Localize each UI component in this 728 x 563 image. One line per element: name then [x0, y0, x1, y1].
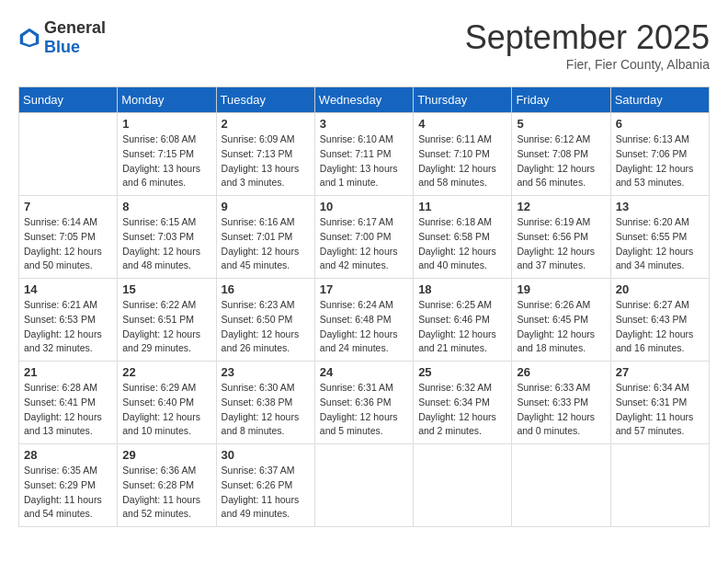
- location-subtitle: Fier, Fier County, Albania: [465, 57, 710, 72]
- day-number: 4: [418, 117, 506, 131]
- col-friday: Friday: [512, 87, 610, 113]
- day-number: 16: [222, 282, 310, 296]
- calendar-cell-w2-d2: 8Sunrise: 6:15 AM Sunset: 7:03 PM Daylig…: [118, 196, 216, 279]
- day-number: 5: [517, 117, 605, 131]
- day-info: Sunrise: 6:09 AM Sunset: 7:13 PM Dayligh…: [222, 132, 310, 190]
- calendar-cell-w5-d6: [512, 444, 610, 527]
- day-number: 23: [222, 365, 310, 379]
- calendar-cell-w5-d7: [610, 444, 709, 527]
- day-info: Sunrise: 6:31 AM Sunset: 6:36 PM Dayligh…: [320, 381, 408, 439]
- day-info: Sunrise: 6:21 AM Sunset: 6:53 PM Dayligh…: [24, 298, 112, 356]
- calendar-week-row-5: 28Sunrise: 6:35 AM Sunset: 6:29 PM Dayli…: [19, 444, 710, 527]
- day-info: Sunrise: 6:23 AM Sunset: 6:50 PM Dayligh…: [222, 298, 310, 356]
- day-info: Sunrise: 6:19 AM Sunset: 6:56 PM Dayligh…: [517, 215, 605, 273]
- calendar-header-row: Sunday Monday Tuesday Wednesday Thursday…: [19, 87, 710, 113]
- calendar-cell-w1-d5: 4Sunrise: 6:11 AM Sunset: 7:10 PM Daylig…: [414, 113, 512, 196]
- day-info: Sunrise: 6:27 AM Sunset: 6:43 PM Dayligh…: [616, 298, 704, 356]
- calendar-cell-w4-d2: 22Sunrise: 6:29 AM Sunset: 6:40 PM Dayli…: [118, 362, 216, 444]
- col-thursday: Thursday: [414, 87, 512, 113]
- calendar-cell-w4-d4: 24Sunrise: 6:31 AM Sunset: 6:36 PM Dayli…: [314, 362, 413, 444]
- day-info: Sunrise: 6:33 AM Sunset: 6:33 PM Dayligh…: [517, 381, 605, 439]
- day-number: 1: [122, 117, 210, 131]
- day-info: Sunrise: 6:12 AM Sunset: 7:08 PM Dayligh…: [517, 132, 605, 190]
- calendar-cell-w1-d6: 5Sunrise: 6:12 AM Sunset: 7:08 PM Daylig…: [512, 113, 610, 196]
- day-info: Sunrise: 6:14 AM Sunset: 7:05 PM Dayligh…: [24, 215, 112, 273]
- calendar-table: Sunday Monday Tuesday Wednesday Thursday…: [18, 86, 710, 527]
- month-title: September 2025: [465, 18, 710, 57]
- calendar-cell-w4-d3: 23Sunrise: 6:30 AM Sunset: 6:38 PM Dayli…: [216, 362, 314, 444]
- day-info: Sunrise: 6:18 AM Sunset: 6:58 PM Dayligh…: [418, 215, 506, 273]
- calendar-cell-w5-d2: 29Sunrise: 6:36 AM Sunset: 6:28 PM Dayli…: [118, 444, 216, 527]
- calendar-week-row-2: 7Sunrise: 6:14 AM Sunset: 7:05 PM Daylig…: [19, 196, 710, 279]
- day-number: 7: [24, 200, 112, 213]
- calendar-cell-w5-d1: 28Sunrise: 6:35 AM Sunset: 6:29 PM Dayli…: [19, 444, 118, 527]
- calendar-cell-w1-d4: 3Sunrise: 6:10 AM Sunset: 7:11 PM Daylig…: [314, 113, 413, 196]
- day-number: 24: [320, 365, 408, 379]
- day-number: 21: [24, 365, 112, 379]
- day-number: 2: [222, 117, 310, 131]
- day-number: 30: [222, 448, 310, 462]
- calendar-week-row-3: 14Sunrise: 6:21 AM Sunset: 6:53 PM Dayli…: [19, 279, 710, 362]
- calendar-cell-w4-d1: 21Sunrise: 6:28 AM Sunset: 6:41 PM Dayli…: [19, 362, 118, 444]
- day-number: 27: [616, 365, 704, 379]
- calendar-cell-w4-d5: 25Sunrise: 6:32 AM Sunset: 6:34 PM Dayli…: [414, 362, 512, 444]
- day-info: Sunrise: 6:13 AM Sunset: 7:06 PM Dayligh…: [616, 132, 704, 190]
- logo-blue: Blue: [44, 38, 80, 56]
- calendar-cell-w4-d7: 27Sunrise: 6:34 AM Sunset: 6:31 PM Dayli…: [610, 362, 709, 444]
- col-wednesday: Wednesday: [314, 87, 413, 113]
- day-number: 22: [122, 365, 210, 379]
- calendar-cell-w3-d3: 16Sunrise: 6:23 AM Sunset: 6:50 PM Dayli…: [216, 279, 314, 362]
- day-info: Sunrise: 6:35 AM Sunset: 6:29 PM Dayligh…: [24, 464, 112, 522]
- day-info: Sunrise: 6:20 AM Sunset: 6:55 PM Dayligh…: [616, 215, 704, 273]
- calendar-cell-w5-d3: 30Sunrise: 6:37 AM Sunset: 6:26 PM Dayli…: [216, 444, 314, 527]
- col-saturday: Saturday: [610, 87, 709, 113]
- day-number: 10: [320, 200, 408, 213]
- calendar-cell-w3-d1: 14Sunrise: 6:21 AM Sunset: 6:53 PM Dayli…: [19, 279, 118, 362]
- day-number: 6: [616, 117, 704, 131]
- col-monday: Monday: [118, 87, 216, 113]
- day-number: 28: [24, 448, 112, 462]
- calendar-cell-w3-d4: 17Sunrise: 6:24 AM Sunset: 6:48 PM Dayli…: [314, 279, 413, 362]
- day-number: 19: [517, 282, 605, 296]
- logo-icon: [18, 27, 40, 49]
- day-info: Sunrise: 6:25 AM Sunset: 6:46 PM Dayligh…: [418, 298, 506, 356]
- day-info: Sunrise: 6:32 AM Sunset: 6:34 PM Dayligh…: [418, 381, 506, 439]
- calendar-cell-w2-d1: 7Sunrise: 6:14 AM Sunset: 7:05 PM Daylig…: [19, 196, 118, 279]
- day-info: Sunrise: 6:26 AM Sunset: 6:45 PM Dayligh…: [517, 298, 605, 356]
- day-number: 18: [418, 282, 506, 296]
- day-number: 13: [616, 200, 704, 213]
- day-number: 15: [122, 282, 210, 296]
- day-info: Sunrise: 6:37 AM Sunset: 6:26 PM Dayligh…: [222, 464, 310, 522]
- logo-general: General: [44, 18, 106, 37]
- logo-text: General Blue: [44, 18, 106, 57]
- calendar-cell-w2-d4: 10Sunrise: 6:17 AM Sunset: 7:00 PM Dayli…: [314, 196, 413, 279]
- day-number: 11: [418, 200, 506, 213]
- calendar-cell-w5-d4: [314, 444, 413, 527]
- day-number: 14: [24, 282, 112, 296]
- calendar-cell-w2-d6: 12Sunrise: 6:19 AM Sunset: 6:56 PM Dayli…: [512, 196, 610, 279]
- calendar-cell-w3-d6: 19Sunrise: 6:26 AM Sunset: 6:45 PM Dayli…: [512, 279, 610, 362]
- day-info: Sunrise: 6:08 AM Sunset: 7:15 PM Dayligh…: [122, 132, 210, 190]
- day-number: 8: [122, 200, 210, 213]
- day-number: 26: [517, 365, 605, 379]
- day-info: Sunrise: 6:34 AM Sunset: 6:31 PM Dayligh…: [616, 381, 704, 439]
- calendar-cell-w1-d3: 2Sunrise: 6:09 AM Sunset: 7:13 PM Daylig…: [216, 113, 314, 196]
- day-number: 17: [320, 282, 408, 296]
- day-info: Sunrise: 6:28 AM Sunset: 6:41 PM Dayligh…: [24, 381, 112, 439]
- calendar-cell-w5-d5: [414, 444, 512, 527]
- calendar-cell-w3-d7: 20Sunrise: 6:27 AM Sunset: 6:43 PM Dayli…: [610, 279, 709, 362]
- day-info: Sunrise: 6:17 AM Sunset: 7:00 PM Dayligh…: [320, 215, 408, 273]
- logo: General Blue: [18, 18, 106, 57]
- calendar-cell-w2-d7: 13Sunrise: 6:20 AM Sunset: 6:55 PM Dayli…: [610, 196, 709, 279]
- day-info: Sunrise: 6:30 AM Sunset: 6:38 PM Dayligh…: [222, 381, 310, 439]
- title-block: September 2025 Fier, Fier County, Albani…: [465, 18, 710, 72]
- day-info: Sunrise: 6:24 AM Sunset: 6:48 PM Dayligh…: [320, 298, 408, 356]
- day-number: 25: [418, 365, 506, 379]
- calendar-cell-w2-d5: 11Sunrise: 6:18 AM Sunset: 6:58 PM Dayli…: [414, 196, 512, 279]
- day-number: 3: [320, 117, 408, 131]
- calendar-cell-w4-d6: 26Sunrise: 6:33 AM Sunset: 6:33 PM Dayli…: [512, 362, 610, 444]
- day-info: Sunrise: 6:15 AM Sunset: 7:03 PM Dayligh…: [122, 215, 210, 273]
- day-info: Sunrise: 6:36 AM Sunset: 6:28 PM Dayligh…: [122, 464, 210, 522]
- day-number: 9: [222, 200, 310, 213]
- calendar-cell-w2-d3: 9Sunrise: 6:16 AM Sunset: 7:01 PM Daylig…: [216, 196, 314, 279]
